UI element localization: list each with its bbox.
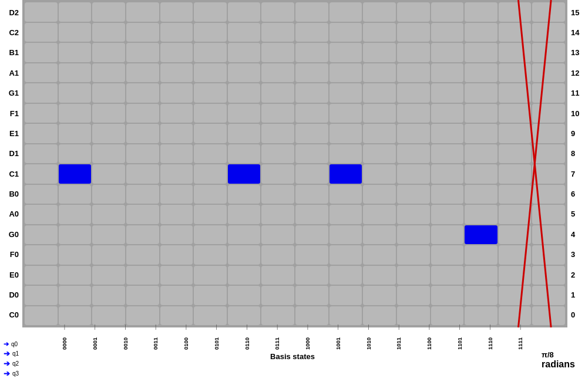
cell-r9-c3 xyxy=(126,124,159,143)
cell-r15-c2 xyxy=(92,2,125,22)
cell-r7-c15 xyxy=(532,164,565,184)
right-numbers: 0123456789101112131415 xyxy=(567,0,585,327)
cell-r5-c12 xyxy=(431,205,464,224)
x-label-0110: 0110 xyxy=(232,337,263,350)
cell-r13-c11 xyxy=(397,43,430,62)
cell-r10-c6 xyxy=(228,104,261,123)
cell-r7-c0 xyxy=(25,164,58,184)
cell-r13-c0 xyxy=(25,43,58,62)
cell-r1-c3 xyxy=(126,286,159,305)
x-tick-0100 xyxy=(171,327,201,337)
cell-r4-c3 xyxy=(126,225,159,245)
cell-r8-c6 xyxy=(228,144,261,164)
cell-r0-c3 xyxy=(126,306,159,326)
cell-r1-c5 xyxy=(194,286,227,305)
cell-r9-c15 xyxy=(532,124,565,143)
cell-r0-c9 xyxy=(330,306,362,326)
cell-r5-c7 xyxy=(261,205,294,224)
cell-r2-c14 xyxy=(499,266,532,285)
cell-r3-c12 xyxy=(431,245,464,265)
cell-r2-c15 xyxy=(532,266,565,285)
cell-r14-c1 xyxy=(59,23,92,42)
cell-r5-c8 xyxy=(295,205,328,224)
cell-r10-c12 xyxy=(431,104,464,123)
x-tick-0001 xyxy=(80,327,110,337)
cell-r8-c5 xyxy=(194,144,227,164)
cell-r9-c5 xyxy=(194,124,227,143)
cell-r11-c9 xyxy=(330,83,362,103)
cell-r12-c3 xyxy=(126,63,159,83)
x-label-0011: 0011 xyxy=(140,337,171,350)
cell-r11-c7 xyxy=(261,83,294,103)
right-number-6: 6 xyxy=(571,190,583,198)
cell-r14-c10 xyxy=(363,23,396,42)
q-arrow-q2: ➔ xyxy=(4,359,10,368)
cell-r14-c15 xyxy=(532,23,565,42)
cell-r15-c11 xyxy=(397,2,430,22)
cell-r7-c3 xyxy=(126,164,159,184)
cell-r14-c13 xyxy=(465,23,497,42)
cell-r0-c12 xyxy=(431,306,464,326)
cell-r12-c9 xyxy=(330,63,362,83)
cell-r8-c1 xyxy=(59,144,92,164)
bottom-section: ➔q0➔q1➔q2➔q3 000000010010001101000101011… xyxy=(0,327,585,392)
cell-r1-c11 xyxy=(397,286,430,305)
x-tick-0010 xyxy=(110,327,141,337)
cell-r10-c8 xyxy=(295,104,328,123)
cell-r14-c5 xyxy=(194,23,227,42)
cell-r9-c14 xyxy=(499,124,532,143)
x-label-1100: 1100 xyxy=(414,337,445,350)
cell-r10-c14 xyxy=(499,104,532,123)
cell-r15-c12 xyxy=(431,2,464,22)
cell-r13-c1 xyxy=(59,43,92,62)
right-annotations: π/8 radians xyxy=(538,327,585,392)
cell-r13-c5 xyxy=(194,43,227,62)
y-label-A1: A1 xyxy=(2,69,19,77)
x-label-1110: 1110 xyxy=(475,337,506,350)
cell-r3-c10 xyxy=(363,245,396,265)
cell-r3-c0 xyxy=(25,245,58,265)
cell-r6-c9 xyxy=(330,185,362,204)
q-label-row-q2: ➔q2 xyxy=(4,359,43,368)
cell-r10-c7 xyxy=(261,104,294,123)
cell-r12-c11 xyxy=(397,63,430,83)
cell-r3-c9 xyxy=(330,245,362,265)
cell-r9-c2 xyxy=(92,124,125,143)
cell-r3-c4 xyxy=(160,245,193,265)
cell-r15-c14 xyxy=(499,2,532,22)
cell-r11-c13 xyxy=(465,83,497,103)
cell-r4-c7 xyxy=(261,225,294,245)
cell-r0-c7 xyxy=(261,306,294,326)
cell-r10-c1 xyxy=(59,104,92,123)
cell-r9-c11 xyxy=(397,124,430,143)
cell-r9-c12 xyxy=(431,124,464,143)
cell-r2-c4 xyxy=(160,266,193,285)
radians-label: radians xyxy=(542,359,581,370)
x-label-0101: 0101 xyxy=(201,337,232,350)
cell-r13-c2 xyxy=(92,43,125,62)
cell-r11-c6 xyxy=(228,83,261,103)
right-number-5: 5 xyxy=(571,210,583,218)
right-number-8: 8 xyxy=(571,150,583,157)
grid-wrapper xyxy=(22,0,567,327)
cell-r8-c9 xyxy=(330,144,362,164)
cell-r6-c1 xyxy=(59,185,92,204)
cell-r12-c1 xyxy=(59,63,92,83)
q-text-q1: q1 xyxy=(12,350,19,357)
cell-r7-c11 xyxy=(397,164,430,184)
cell-r15-c1 xyxy=(59,2,92,22)
y-label-A0: A0 xyxy=(2,210,19,218)
cell-r0-c2 xyxy=(92,306,125,326)
cell-r9-c9 xyxy=(330,124,362,143)
cell-r11-c0 xyxy=(25,83,58,103)
x-label-0100: 0100 xyxy=(171,337,201,350)
cell-r11-c15 xyxy=(532,83,565,103)
cell-r3-c14 xyxy=(499,245,532,265)
cell-r7-c12 xyxy=(431,164,464,184)
cell-r1-c0 xyxy=(25,286,58,305)
cell-r2-c5 xyxy=(194,266,227,285)
cell-r14-c6 xyxy=(228,23,261,42)
cell-r7-c13 xyxy=(465,164,497,184)
cell-r0-c8 xyxy=(295,306,328,326)
cell-r2-c2 xyxy=(92,266,125,285)
